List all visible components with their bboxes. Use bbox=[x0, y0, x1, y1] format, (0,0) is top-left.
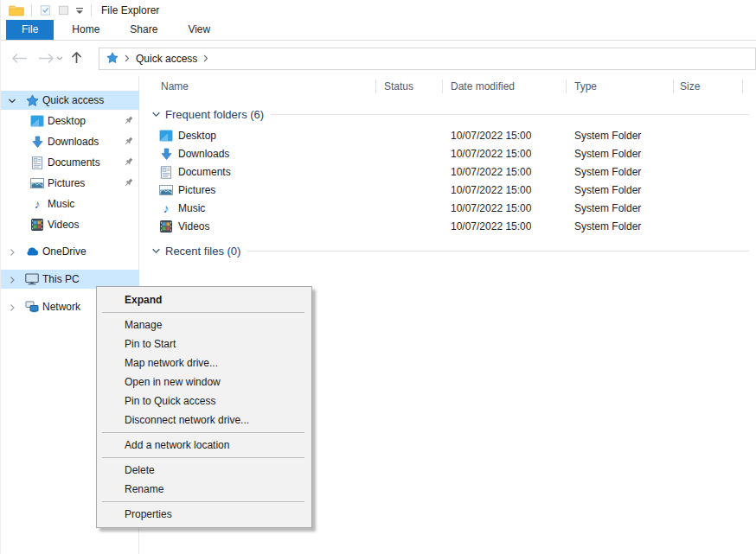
menu-item-delete[interactable]: Delete bbox=[97, 461, 311, 480]
this-pc-context-menu: Expand Manage Pin to Start Map network d… bbox=[96, 286, 312, 528]
chevron-down-icon[interactable] bbox=[8, 96, 16, 105]
chevron-down-icon[interactable] bbox=[151, 246, 161, 256]
downloads-icon bbox=[30, 135, 44, 149]
chevron-down-icon[interactable] bbox=[151, 110, 161, 119]
navigation-bar: Quick access bbox=[1, 41, 756, 76]
file-type: System Folder bbox=[574, 202, 641, 214]
group-header-frequent-folders[interactable]: Frequent folders (6) bbox=[140, 106, 749, 122]
file-type: System Folder bbox=[574, 148, 641, 160]
file-row-desktop[interactable]: Desktop 10/07/2022 15:00 System Folder bbox=[140, 127, 756, 145]
file-row-documents[interactable]: Documents 10/07/2022 15:00 System Folder bbox=[140, 163, 756, 181]
column-header-name[interactable]: Name bbox=[161, 80, 189, 92]
pictures-icon bbox=[30, 176, 44, 190]
videos-icon bbox=[159, 220, 173, 233]
column-divider[interactable] bbox=[442, 80, 443, 93]
tab-home[interactable]: Home bbox=[60, 20, 112, 40]
tab-view[interactable]: View bbox=[176, 20, 222, 40]
pin-icon bbox=[123, 115, 134, 126]
menu-item-properties[interactable]: Properties bbox=[97, 505, 311, 524]
menu-item-pin-to-start[interactable]: Pin to Start bbox=[97, 334, 311, 353]
qat-customize-dropdown-icon[interactable] bbox=[75, 6, 84, 15]
file-date-modified: 10/07/2022 15:00 bbox=[451, 166, 531, 178]
column-header-status[interactable]: Status bbox=[384, 80, 413, 92]
sidebar-item-documents[interactable]: Documents bbox=[1, 153, 139, 172]
sidebar-item-downloads[interactable]: Downloads bbox=[1, 132, 139, 151]
file-type: System Folder bbox=[574, 130, 641, 142]
back-button[interactable] bbox=[11, 53, 29, 64]
this-pc-monitor-icon bbox=[25, 272, 39, 286]
recent-locations-chevron-icon[interactable] bbox=[56, 56, 63, 61]
up-button[interactable] bbox=[71, 51, 82, 64]
menu-item-map-network-drive[interactable]: Map network drive... bbox=[97, 353, 311, 373]
file-date-modified: 10/07/2022 15:00 bbox=[451, 148, 531, 160]
file-row-pictures[interactable]: Pictures 10/07/2022 15:00 System Folder bbox=[140, 181, 756, 200]
group-label: Recent files (0) bbox=[165, 245, 240, 258]
column-divider[interactable] bbox=[742, 80, 743, 93]
breadcrumb-segment-quick-access[interactable]: Quick access bbox=[136, 53, 197, 65]
column-header-type[interactable]: Type bbox=[574, 80, 597, 92]
chevron-right-icon[interactable] bbox=[8, 275, 16, 283]
menu-item-disconnect-network-drive[interactable]: Disconnect network drive... bbox=[97, 411, 311, 430]
qat-properties-icon[interactable] bbox=[39, 3, 52, 16]
group-divider-line bbox=[271, 114, 749, 115]
file-name: Desktop bbox=[178, 130, 216, 142]
breadcrumb-chevron-icon[interactable] bbox=[203, 53, 208, 65]
sidebar-item-pictures[interactable]: Pictures bbox=[1, 174, 139, 193]
desktop-icon bbox=[30, 114, 44, 128]
sidebar-item-label: Desktop bbox=[48, 115, 86, 127]
sidebar-item-label: This PC bbox=[42, 273, 80, 285]
column-divider[interactable] bbox=[375, 80, 376, 93]
sidebar-item-music[interactable]: ♪ Music bbox=[1, 194, 139, 213]
file-row-videos[interactable]: Videos 10/07/2022 15:00 System Folder bbox=[140, 218, 756, 236]
breadcrumb-chevron-icon[interactable] bbox=[125, 53, 130, 65]
chevron-right-icon[interactable] bbox=[8, 302, 16, 311]
file-explorer-window: File Explorer File Home Share View Quic bbox=[0, 0, 756, 554]
group-header-recent-files[interactable]: Recent files (0) bbox=[140, 243, 749, 258]
file-date-modified: 10/07/2022 15:00 bbox=[451, 220, 531, 232]
column-divider[interactable] bbox=[673, 80, 674, 93]
file-date-modified: 10/07/2022 15:00 bbox=[451, 184, 531, 196]
documents-icon bbox=[159, 165, 173, 179]
column-header-size[interactable]: Size bbox=[680, 80, 700, 92]
menu-separator bbox=[102, 501, 304, 502]
qat-new-folder-icon[interactable] bbox=[57, 3, 70, 16]
sidebar-item-quick-access[interactable]: Quick access bbox=[1, 91, 139, 110]
forward-button[interactable] bbox=[37, 53, 54, 64]
sidebar-item-label: Network bbox=[42, 301, 80, 313]
file-date-modified: 10/07/2022 15:00 bbox=[451, 130, 531, 142]
file-type: System Folder bbox=[574, 220, 641, 232]
titlebar-separator bbox=[91, 4, 92, 16]
menu-item-rename[interactable]: Rename bbox=[97, 480, 311, 499]
pin-icon bbox=[123, 177, 134, 188]
sidebar-item-videos[interactable]: Videos bbox=[1, 215, 139, 234]
column-divider[interactable] bbox=[566, 80, 567, 93]
sidebar-item-label: Downloads bbox=[48, 136, 99, 148]
file-row-music[interactable]: ♪ Music 10/07/2022 15:00 System Folder bbox=[140, 200, 756, 218]
menu-item-expand[interactable]: Expand bbox=[97, 290, 311, 309]
sidebar-item-onedrive[interactable]: OneDrive bbox=[1, 242, 139, 261]
sidebar-item-label: Pictures bbox=[48, 177, 85, 189]
sidebar-item-label: Documents bbox=[48, 156, 100, 169]
sidebar-item-desktop[interactable]: Desktop bbox=[1, 111, 139, 131]
tab-share[interactable]: Share bbox=[118, 20, 170, 40]
tab-file[interactable]: File bbox=[6, 20, 54, 40]
window-title: File Explorer bbox=[101, 4, 159, 16]
file-row-downloads[interactable]: Downloads 10/07/2022 15:00 System Folder bbox=[140, 145, 756, 163]
downloads-icon bbox=[159, 147, 173, 161]
onedrive-cloud-icon bbox=[25, 245, 39, 258]
music-note-icon: ♪ bbox=[30, 197, 44, 211]
documents-icon bbox=[30, 156, 44, 169]
file-type: System Folder bbox=[574, 166, 641, 178]
menu-item-add-network-location[interactable]: Add a network location bbox=[97, 436, 311, 455]
chevron-right-icon[interactable] bbox=[8, 247, 16, 256]
file-name: Videos bbox=[178, 220, 209, 232]
menu-item-pin-to-quick-access[interactable]: Pin to Quick access bbox=[97, 392, 311, 411]
column-header-date-modified[interactable]: Date modified bbox=[451, 80, 515, 92]
pictures-icon bbox=[159, 183, 173, 197]
file-type: System Folder bbox=[574, 184, 641, 196]
menu-item-manage[interactable]: Manage bbox=[97, 315, 311, 334]
titlebar: File Explorer bbox=[1, 0, 756, 20]
address-bar[interactable]: Quick access bbox=[99, 48, 756, 70]
menu-item-open-in-new-window[interactable]: Open in new window bbox=[97, 373, 311, 392]
menu-separator bbox=[102, 432, 304, 433]
